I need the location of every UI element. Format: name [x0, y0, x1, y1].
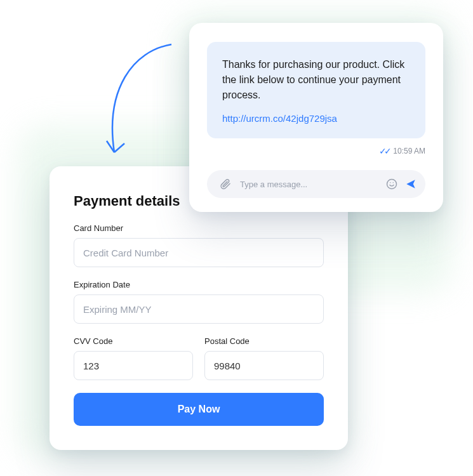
postal-input[interactable]	[204, 351, 324, 380]
card-number-field: Card Number	[74, 223, 324, 267]
expiration-field: Expiration Date	[74, 280, 324, 324]
chat-timestamp: 10:59 AM	[393, 147, 425, 155]
cvv-label: CVV Code	[74, 336, 193, 346]
emoji-icon[interactable]	[382, 175, 401, 194]
postal-field: Postal Code	[204, 336, 324, 380]
chat-card: Thanks for purchasing our product. Click…	[189, 23, 443, 212]
send-icon[interactable]	[401, 175, 420, 194]
pay-now-button[interactable]: Pay Now	[74, 393, 324, 426]
chat-input[interactable]	[235, 180, 382, 189]
postal-label: Postal Code	[204, 336, 324, 346]
chat-message-bubble: Thanks for purchasing our product. Click…	[207, 42, 425, 138]
card-number-label: Card Number	[74, 223, 324, 233]
expiration-input[interactable]	[74, 294, 324, 324]
svg-point-0	[387, 180, 397, 189]
chat-message-text: Thanks for purchasing our product. Click…	[222, 57, 410, 103]
cvv-input[interactable]	[74, 351, 193, 380]
chat-message-meta: ✓✓ 10:59 AM	[207, 146, 425, 156]
expiration-label: Expiration Date	[74, 280, 324, 289]
attachment-icon[interactable]	[216, 175, 235, 194]
chat-composer	[207, 170, 425, 198]
card-number-input[interactable]	[74, 238, 324, 267]
chat-message-link[interactable]: http://urcrm.co/42jdg729jsa	[222, 113, 337, 124]
read-receipt-icon: ✓✓	[379, 146, 389, 156]
cvv-field: CVV Code	[74, 336, 193, 380]
